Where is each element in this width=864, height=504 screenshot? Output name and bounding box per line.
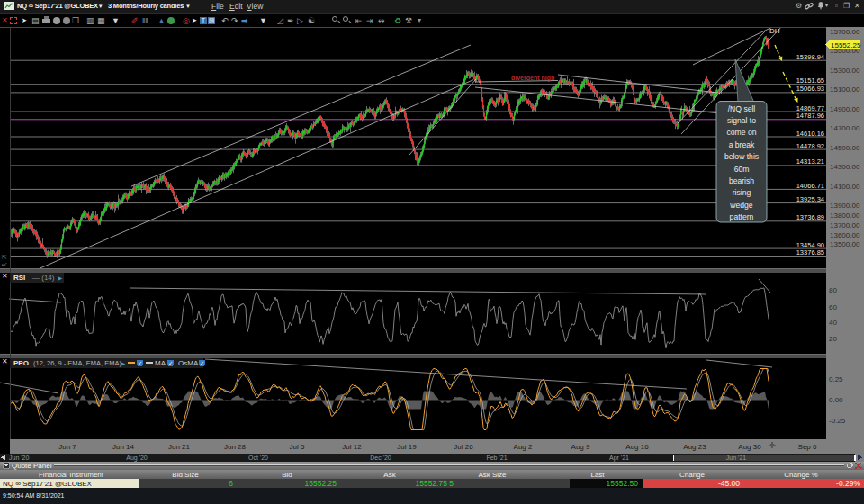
svg-text:Aug 23: Aug 23 (683, 443, 706, 451)
svg-text:(12, 26, 9 - EMA, EMA, EMA): (12, 26, 9 - EMA, EMA, EMA) (33, 359, 122, 367)
svg-text:15552.25: 15552.25 (831, 41, 861, 50)
svg-text:60m: 60m (734, 165, 750, 174)
svg-text:— (14): — (14) (32, 274, 55, 282)
svg-text:15700.00: 15700.00 (830, 28, 860, 36)
svg-text:/NQ sell: /NQ sell (728, 104, 756, 113)
svg-text:Jun '21: Jun '21 (726, 454, 746, 461)
svg-text:DH: DH (770, 27, 780, 35)
svg-text:Jul 19: Jul 19 (397, 443, 417, 451)
svg-text:✕: ✕ (2, 357, 8, 365)
svg-text:ыʹ: ыʹ (2, 262, 6, 267)
svg-text:bearish: bearish (729, 176, 754, 185)
svg-text:Last: Last (590, 471, 605, 479)
svg-text:pattern: pattern (730, 212, 754, 221)
svg-text:15066.93: 15066.93 (796, 85, 824, 93)
svg-text:Financial Instrument: Financial Instrument (39, 471, 104, 479)
svg-text:✓: ✓ (138, 360, 142, 366)
svg-text:14100.00: 14100.00 (830, 183, 860, 191)
svg-text:Jul 5: Jul 5 (290, 443, 305, 451)
svg-text:a break: a break (729, 140, 755, 149)
svg-text:13700.00: 13700.00 (830, 221, 860, 230)
svg-text:14787.96: 14787.96 (796, 112, 824, 120)
svg-text:Sep 6: Sep 6 (798, 443, 817, 451)
svg-text:OsMA: OsMA (178, 359, 199, 367)
svg-text:14478.92: 14478.92 (796, 142, 824, 150)
svg-text:14313.21: 14313.21 (796, 158, 824, 166)
svg-text:80: 80 (829, 286, 837, 294)
svg-text:Ask Size: Ask Size (478, 471, 507, 479)
svg-text:15552.75 5: 15552.75 5 (415, 479, 454, 488)
svg-text:come on: come on (727, 128, 757, 137)
svg-text:NQ ∞ Sep17'21 @GLOBEX: NQ ∞ Sep17'21 @GLOBEX (3, 480, 93, 488)
svg-text:wedge: wedge (729, 201, 753, 210)
svg-text:Ask: Ask (383, 471, 396, 479)
svg-text:15100.00: 15100.00 (830, 86, 860, 94)
svg-text:13800.00: 13800.00 (830, 212, 860, 220)
svg-text:below this: below this (724, 152, 759, 161)
svg-text:13900.00: 13900.00 (830, 202, 860, 210)
svg-text:Aug 2: Aug 2 (514, 443, 533, 451)
svg-text:13376.85: 13376.85 (796, 248, 824, 256)
svg-text:➤: ➤ (57, 274, 63, 283)
svg-text:rising: rising (733, 188, 752, 197)
svg-text:Oct '20: Oct '20 (248, 454, 268, 461)
svg-text:13736.89: 13736.89 (796, 213, 824, 221)
svg-text:9:50:54 AM 8/31/2021: 9:50:54 AM 8/31/2021 (3, 492, 65, 499)
svg-text:✓: ✓ (168, 360, 173, 366)
svg-text:0.25: 0.25 (829, 375, 843, 383)
svg-text:-45.00: -45.00 (718, 479, 740, 488)
svg-text:Jun 7: Jun 7 (58, 443, 76, 451)
svg-text:Jun 14: Jun 14 (112, 443, 135, 451)
svg-text:MA: MA (155, 359, 166, 367)
svg-text:13925.34: 13925.34 (796, 195, 824, 203)
svg-text:15552.25: 15552.25 (305, 479, 338, 488)
svg-text:40: 40 (829, 319, 837, 327)
svg-text:Bid: Bid (282, 471, 292, 479)
svg-text:divergent high: divergent high (511, 75, 554, 82)
svg-text:14300.00: 14300.00 (830, 163, 860, 171)
svg-text:15552.50: 15552.50 (607, 479, 639, 488)
svg-text:14500.00: 14500.00 (830, 144, 860, 152)
svg-text:14610.16: 14610.16 (796, 130, 824, 138)
svg-text:0.00: 0.00 (829, 396, 843, 404)
svg-text:signal to: signal to (727, 116, 756, 125)
svg-text:Jun 21: Jun 21 (168, 443, 191, 451)
svg-text:14066.71: 14066.71 (796, 182, 824, 190)
svg-text:Change %: Change % (784, 471, 817, 479)
svg-text:Aug 16: Aug 16 (626, 443, 649, 451)
svg-text:➤: ➤ (120, 360, 126, 368)
svg-text:PPO: PPO (14, 359, 29, 367)
svg-text:20: 20 (829, 335, 837, 343)
svg-text:Jul 12: Jul 12 (342, 443, 362, 451)
svg-text:Aug 30: Aug 30 (738, 443, 761, 451)
svg-text:15151.65: 15151.65 (796, 76, 824, 85)
svg-text:Aug 9: Aug 9 (572, 443, 590, 451)
svg-text:13500.00: 13500.00 (830, 240, 860, 248)
svg-text:RSI: RSI (14, 274, 25, 282)
svg-text:Dec '20: Dec '20 (370, 454, 392, 461)
svg-text:6: 6 (229, 479, 233, 488)
svg-text:15300.00: 15300.00 (830, 67, 860, 75)
svg-text:Aug '20: Aug '20 (126, 454, 148, 462)
svg-text:14869.77: 14869.77 (796, 104, 824, 112)
svg-text:Quote Panel: Quote Panel (12, 462, 52, 470)
svg-text:14900.00: 14900.00 (830, 105, 860, 113)
svg-text:Change: Change (680, 471, 706, 479)
svg-text:-0.25: -0.25 (829, 417, 846, 425)
svg-text:⇱: ⇱ (2, 254, 7, 260)
svg-text:Feb '21: Feb '21 (486, 454, 507, 461)
svg-text:14700.00: 14700.00 (830, 124, 860, 132)
svg-text:-0.29%: -0.29% (836, 479, 860, 488)
svg-text:Jun 28: Jun 28 (224, 443, 247, 451)
svg-text:Apr '21: Apr '21 (609, 454, 629, 462)
svg-text:✓: ✓ (200, 360, 204, 366)
svg-text:✕: ✕ (2, 272, 8, 280)
svg-text:Bid Size: Bid Size (172, 471, 199, 479)
svg-text:Jun '20: Jun '20 (9, 454, 29, 461)
svg-text:13600.00: 13600.00 (830, 231, 860, 239)
svg-text:60: 60 (829, 303, 837, 311)
svg-text:Jul 26: Jul 26 (454, 443, 473, 451)
svg-text:15398.94: 15398.94 (796, 53, 824, 61)
